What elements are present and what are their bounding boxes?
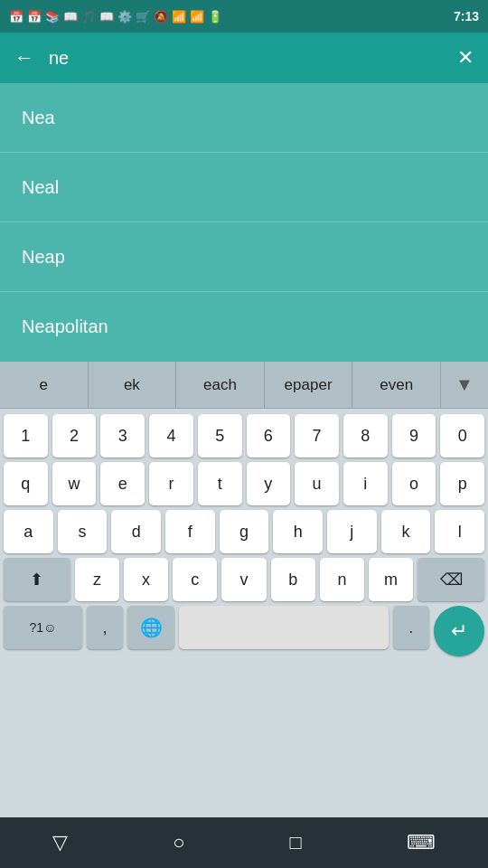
shift-icon: ⬆ xyxy=(30,570,43,590)
special-key[interactable]: ?1☺ xyxy=(4,606,82,649)
bottom-row: ?1☺ , 🌐 . ↵ xyxy=(4,606,484,656)
word-chip-each[interactable]: each xyxy=(176,362,265,408)
period-key[interactable]: . xyxy=(393,606,429,649)
key-w[interactable]: w xyxy=(52,462,97,505)
search-bar: ← ✕ xyxy=(0,33,488,83)
bottom-nav: ▽ ○ □ ⌨ xyxy=(0,817,488,868)
zxcv-row: ⬆ z x c v b n m ⌫ xyxy=(4,558,484,601)
key-1[interactable]: 1 xyxy=(4,414,48,458)
globe-icon: 🌐 xyxy=(140,617,163,638)
icon-notify: 🔕 xyxy=(154,10,168,24)
suggestion-text-nea: Nea xyxy=(22,108,55,128)
icon-signal2: 📶 xyxy=(190,10,204,24)
globe-key[interactable]: 🌐 xyxy=(127,606,174,649)
icon-signal1: 📶 xyxy=(172,10,186,24)
space-key[interactable] xyxy=(179,606,388,649)
key-5[interactable]: 5 xyxy=(198,414,242,458)
key-t[interactable]: t xyxy=(198,462,242,505)
icon-music: 🎵 xyxy=(81,10,96,24)
home-nav-button[interactable]: ○ xyxy=(173,831,184,854)
key-y[interactable]: y xyxy=(247,462,291,505)
key-f[interactable]: f xyxy=(165,510,215,553)
key-n[interactable]: n xyxy=(320,558,364,601)
icon-book2: 📖 xyxy=(99,10,114,24)
keyboard-nav-button[interactable]: ⌨ xyxy=(407,831,436,854)
key-q[interactable]: q xyxy=(4,462,48,505)
key-i[interactable]: i xyxy=(343,462,388,505)
backspace-button[interactable]: ⌫ xyxy=(418,558,484,601)
key-8[interactable]: 8 xyxy=(343,414,388,458)
key-a[interactable]: a xyxy=(4,510,53,553)
key-e[interactable]: e xyxy=(100,462,145,505)
word-chip-e[interactable]: e xyxy=(0,362,89,408)
key-6[interactable]: 6 xyxy=(247,414,291,458)
key-k[interactable]: k xyxy=(381,510,431,553)
word-chip-epaper[interactable]: epaper xyxy=(265,362,353,408)
status-icons: 📅 📅 📚 📖 🎵 📖 ⚙️ 🛒 🔕 📶 📶 🔋 xyxy=(9,10,222,24)
word-chip-ek[interactable]: ek xyxy=(89,362,177,408)
key-b[interactable]: b xyxy=(271,558,315,601)
key-4[interactable]: 4 xyxy=(149,414,193,458)
icon-battery: 🔋 xyxy=(208,10,222,24)
key-r[interactable]: r xyxy=(149,462,193,505)
back-button[interactable]: ← xyxy=(14,46,34,70)
icon-calendar1: 📅 xyxy=(9,10,23,24)
key-9[interactable]: 9 xyxy=(392,414,436,458)
key-g[interactable]: g xyxy=(220,510,269,553)
status-bar: 📅 📅 📚 📖 🎵 📖 ⚙️ 🛒 🔕 📶 📶 🔋 7:13 xyxy=(0,0,488,33)
key-c[interactable]: c xyxy=(173,558,217,601)
enter-button[interactable]: ↵ xyxy=(434,606,484,656)
key-7[interactable]: 7 xyxy=(295,414,339,458)
shift-button[interactable]: ⬆ xyxy=(4,558,70,601)
expand-suggestions-button[interactable]: ▼ xyxy=(441,362,488,408)
number-row: 1 2 3 4 5 6 7 8 9 0 xyxy=(4,414,484,458)
key-v[interactable]: v xyxy=(221,558,266,601)
suggestion-text-neapolitan: Neapolitan xyxy=(22,316,108,337)
suggestion-text-neap: Neap xyxy=(22,247,65,268)
keyboard: 1 2 3 4 5 6 7 8 9 0 q w e r t y u i o p … xyxy=(0,409,488,817)
key-h[interactable]: h xyxy=(273,510,323,553)
word-suggestions-row: e ek each epaper even ▼ xyxy=(0,362,488,409)
key-m[interactable]: m xyxy=(369,558,413,601)
key-0[interactable]: 0 xyxy=(440,414,484,458)
key-j[interactable]: j xyxy=(327,510,377,553)
suggestion-neal[interactable]: Neal xyxy=(0,153,488,222)
icon-gear: ⚙️ xyxy=(117,10,132,24)
close-button[interactable]: ✕ xyxy=(457,46,474,70)
chevron-down-icon: ▼ xyxy=(455,374,474,395)
key-3[interactable]: 3 xyxy=(100,414,145,458)
icon-reader: 📖 xyxy=(63,10,78,24)
asdf-row: a s d f g h j k l xyxy=(4,510,484,553)
key-x[interactable]: x xyxy=(124,558,168,601)
suggestion-neap[interactable]: Neap xyxy=(0,222,488,292)
suggestion-text-neal: Neal xyxy=(22,177,59,198)
key-z[interactable]: z xyxy=(75,558,119,601)
suggestion-nea[interactable]: Nea xyxy=(0,83,488,153)
key-l[interactable]: l xyxy=(435,510,484,553)
word-chip-even[interactable]: even xyxy=(352,362,441,408)
key-d[interactable]: d xyxy=(111,510,161,553)
clock: 7:13 xyxy=(454,9,479,24)
comma-key[interactable]: , xyxy=(87,606,123,649)
qwerty-row: q w e r t y u i o p xyxy=(4,462,484,505)
key-u[interactable]: u xyxy=(295,462,339,505)
key-o[interactable]: o xyxy=(392,462,436,505)
icon-book: 📚 xyxy=(45,10,60,24)
icon-calendar2: 📅 xyxy=(27,10,42,24)
search-input[interactable] xyxy=(49,48,443,69)
key-2[interactable]: 2 xyxy=(52,414,97,458)
suggestion-neapolitan[interactable]: Neapolitan xyxy=(0,292,488,362)
key-s[interactable]: s xyxy=(58,510,108,553)
backspace-icon: ⌫ xyxy=(440,570,463,590)
key-p[interactable]: p xyxy=(440,462,484,505)
icon-bag: 🛒 xyxy=(136,10,150,24)
enter-icon: ↵ xyxy=(451,619,467,643)
recent-nav-button[interactable]: □ xyxy=(290,831,302,854)
suggestions-list: Nea Neal Neap Neapolitan xyxy=(0,83,488,362)
back-nav-button[interactable]: ▽ xyxy=(52,831,68,854)
